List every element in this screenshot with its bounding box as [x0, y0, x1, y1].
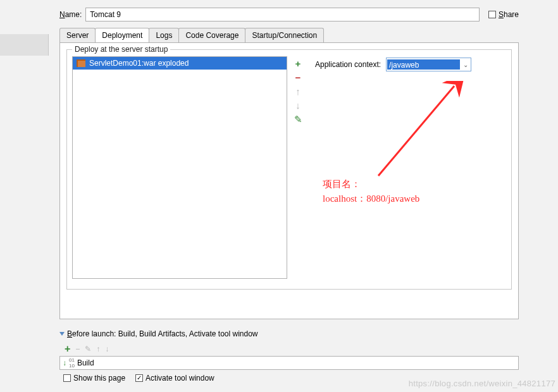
watermark-text: https://blog.csdn.net/weixin_44821177: [409, 379, 555, 388]
tabs-row: Server Deployment Logs Code Coverage Sta…: [52, 25, 526, 42]
tab-startup-connection[interactable]: Startup/Connection: [245, 28, 324, 42]
artifact-label: ServletDemo01:war exploded: [89, 59, 189, 68]
edit-icon[interactable]: ✎: [292, 113, 304, 125]
before-launch-list[interactable]: ↓ 0110 Build: [59, 356, 519, 370]
app-context-combo[interactable]: /javaweb ⌄: [386, 58, 471, 71]
down-icon: ↓: [105, 345, 109, 353]
chevron-down-icon[interactable]: ⌄: [461, 61, 471, 68]
activate-tool-window-checkbox[interactable]: ✓ Activate tool window: [135, 374, 214, 383]
share-label: Share: [499, 10, 519, 19]
before-launch-section: Before launch: Build, Build Artifacts, A…: [59, 326, 519, 383]
show-page-label: Show this page: [73, 374, 125, 383]
name-input[interactable]: [85, 8, 480, 21]
bits-icon: 0110: [69, 357, 75, 369]
show-this-page-checkbox[interactable]: Show this page: [63, 374, 125, 383]
deploy-fieldset: Deploy at the server startup ServletDemo…: [66, 49, 512, 290]
app-context-value[interactable]: /javaweb: [387, 59, 460, 70]
task-label: Build: [77, 358, 94, 367]
checkbox-checked-icon: ✓: [135, 374, 143, 382]
disclosure-down-icon: [59, 332, 65, 336]
app-context-label: Application context:: [315, 60, 381, 69]
edit-icon: ✎: [85, 345, 91, 353]
tab-logs[interactable]: Logs: [149, 28, 179, 42]
up-icon: ↑: [96, 345, 100, 353]
download-icon: ↓: [63, 358, 66, 367]
name-label: Name:: [59, 10, 82, 19]
add-icon[interactable]: +: [292, 58, 304, 69]
activate-label: Activate tool window: [146, 374, 214, 383]
before-launch-label: Before launch: Build, Build Artifacts, A…: [67, 329, 258, 338]
context-column: Application context: /javaweb ⌄: [309, 56, 506, 284]
before-launch-header[interactable]: Before launch: Build, Build Artifacts, A…: [59, 326, 519, 341]
checkbox-icon: [488, 11, 496, 18]
remove-icon: −: [75, 345, 80, 353]
checkbox-icon: [63, 374, 71, 382]
left-pane-stub: [0, 34, 49, 56]
artifact-list[interactable]: ServletDemo01:war exploded: [72, 56, 287, 279]
tab-deployment[interactable]: Deployment: [95, 28, 149, 42]
tab-server[interactable]: Server: [59, 28, 96, 42]
artifact-icon: [77, 59, 85, 67]
artifact-toolbar: + − ↑ ↓ ✎: [291, 56, 305, 284]
up-icon: ↑: [292, 85, 304, 97]
remove-icon[interactable]: −: [292, 71, 304, 83]
deployment-panel: Deploy at the server startup ServletDemo…: [59, 42, 519, 319]
annotation-text: 项目名： localhost：8080/javaweb: [323, 177, 419, 205]
share-checkbox[interactable]: Share: [488, 10, 519, 19]
run-config-dialog: Name: Share Server Deployment Logs Code …: [52, 0, 526, 392]
add-icon[interactable]: +: [65, 343, 70, 355]
down-icon: ↓: [292, 99, 304, 111]
name-row: Name: Share: [52, 0, 526, 25]
deploy-legend: Deploy at the server startup: [72, 45, 170, 54]
list-item[interactable]: ServletDemo01:war exploded: [73, 57, 287, 70]
tab-code-coverage[interactable]: Code Coverage: [178, 28, 245, 42]
before-launch-toolbar: + − ✎ ↑ ↓: [59, 341, 519, 356]
